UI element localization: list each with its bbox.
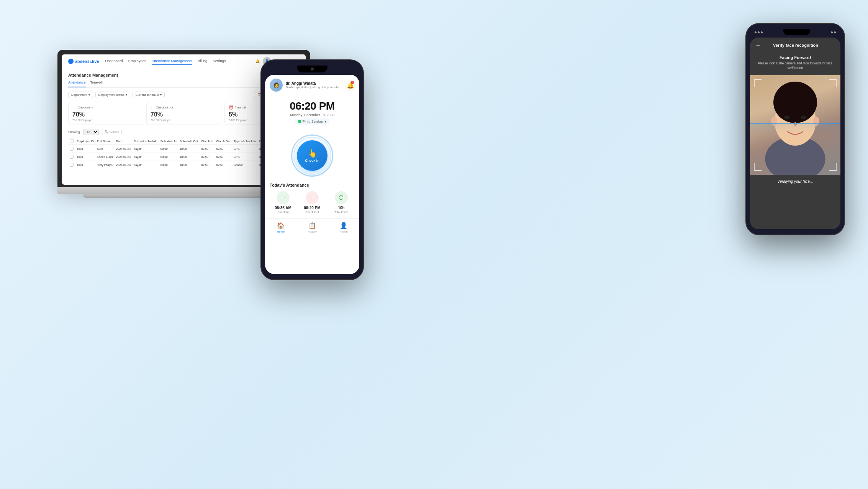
checkin-area: 👆 Check In bbox=[265, 127, 359, 183]
nav-history-label: History bbox=[308, 230, 316, 233]
status-icons bbox=[755, 31, 763, 33]
total-hours-card: ⏱ 10h Total hours bbox=[328, 191, 355, 214]
location-name: Pintu Selatan bbox=[303, 120, 323, 123]
phone1-screen: 👩 dr. Anggi Winata Dokter spesialias jan… bbox=[265, 75, 359, 274]
user-name: dr. Anggi Winata bbox=[286, 81, 343, 85]
checkout-card: ← 06:20 PM Check Out bbox=[299, 191, 326, 214]
nav-profile[interactable]: 👤 Profile bbox=[328, 222, 359, 233]
checkin-time: 08:35 AM bbox=[270, 206, 296, 210]
attendance-section-title: Today's Attendance bbox=[270, 183, 355, 187]
current-schedule-filter[interactable]: Current schedule ▾ bbox=[133, 92, 165, 98]
phone2-body: ← Verify face recognition Facing Forward… bbox=[745, 23, 845, 235]
phone2-notch-bar bbox=[750, 29, 840, 38]
row-checkbox[interactable] bbox=[70, 155, 74, 159]
employment-status-filter[interactable]: Employment status ▾ bbox=[95, 92, 130, 98]
col-type: Type of check in bbox=[232, 138, 257, 145]
nav-link-employees[interactable]: Employees bbox=[128, 57, 146, 65]
phone1-notch bbox=[297, 66, 328, 72]
time-status bbox=[831, 31, 833, 33]
col-check-in: Check In bbox=[200, 138, 215, 145]
web-logo: absensi.live bbox=[68, 59, 99, 64]
scan-corner-tr bbox=[829, 79, 837, 87]
col-sched-out: Schedule Out bbox=[178, 138, 200, 145]
col-full-name: Full Name bbox=[95, 138, 115, 145]
timeoff-icon: ⏰ bbox=[229, 105, 233, 110]
phone1-body: 👩 dr. Anggi Winata Dokter spesialias jan… bbox=[260, 59, 364, 280]
notification-button[interactable]: 🔔 1 bbox=[346, 80, 355, 90]
hand-touch-icon: 👆 bbox=[308, 149, 317, 158]
checkin-card: → 08:35 AM Check In bbox=[270, 191, 296, 214]
checkout-type-label: Check Out bbox=[299, 210, 326, 214]
web-nav-links: Dashboard Employees Attendance Managemen… bbox=[105, 57, 249, 65]
total-hours-value: 10h bbox=[328, 206, 355, 210]
phone2-screen: ← Verify face recognition Facing Forward… bbox=[750, 38, 840, 229]
department-filter[interactable]: Department ▾ bbox=[68, 92, 93, 98]
checkout-time: 06:20 PM bbox=[299, 206, 326, 210]
laptop-foot bbox=[83, 194, 285, 198]
nav-link-settings[interactable]: Settings bbox=[213, 57, 226, 65]
location-active-icon bbox=[298, 120, 301, 123]
row-checkbox[interactable] bbox=[70, 147, 74, 151]
user-avatar: 👩 bbox=[270, 79, 283, 92]
tab-attendance[interactable]: Attendance bbox=[68, 80, 86, 87]
checkin-sub: 70/100 Employee bbox=[72, 119, 139, 121]
location-chevron-icon: ▾ bbox=[324, 120, 326, 123]
tab-timeoff[interactable]: Time-off bbox=[90, 80, 103, 87]
face-recognition-title: Verify face recognition bbox=[764, 43, 827, 48]
checkout-arrow-icon: ← bbox=[306, 191, 319, 204]
checked-out-card: ← Checked out 70% 70/100 Employee bbox=[146, 102, 221, 125]
profile-icon: 👤 bbox=[340, 222, 347, 229]
checkout-label: Checked out bbox=[156, 106, 173, 109]
phone1-notch-bar bbox=[265, 66, 359, 72]
face-instruction: Facing Forward Please look at the camera… bbox=[750, 52, 840, 75]
total-hours-icon: ⏱ bbox=[335, 191, 348, 204]
attendance-cards: → 08:35 AM Check In ← 06:20 PM Check Out… bbox=[270, 191, 355, 214]
col-employee-id: Employee ID bbox=[75, 138, 95, 145]
nav-home-label: Home bbox=[277, 230, 285, 233]
rows-per-page-select[interactable]: 10 25 bbox=[83, 129, 99, 135]
facing-forward-title: Facing Forward bbox=[755, 55, 835, 60]
timeoff-label: Time-off bbox=[235, 106, 246, 109]
col-sched-in: Schedule In bbox=[159, 138, 178, 145]
search-box[interactable]: 🔍 Search bbox=[102, 129, 122, 135]
col-check-out: Check Out bbox=[215, 138, 232, 145]
row-checkbox[interactable] bbox=[70, 163, 74, 167]
wifi-icon bbox=[758, 31, 760, 33]
nav-link-dashboard[interactable]: Dashboard bbox=[105, 57, 123, 65]
status-icons-right bbox=[831, 31, 836, 33]
nav-link-attendance[interactable]: Attendance Management bbox=[152, 57, 192, 65]
checked-in-card: → Checked in 70% 70/100 Employee bbox=[68, 102, 143, 125]
notification-bell-icon[interactable]: 🔔 bbox=[255, 59, 260, 63]
nav-home[interactable]: 🏠 Home bbox=[265, 222, 296, 233]
svg-point-4 bbox=[784, 115, 789, 119]
checkout-sub: 70/100 Employee bbox=[151, 119, 217, 121]
select-all-checkbox[interactable] bbox=[70, 139, 74, 143]
checkin-type-label: Check In bbox=[270, 210, 296, 214]
app-header: 👩 dr. Anggi Winata Dokter spesialias jan… bbox=[265, 75, 359, 95]
checkin-button[interactable]: 👆 Check In bbox=[297, 140, 328, 171]
nav-history[interactable]: 📋 History bbox=[296, 222, 328, 233]
face-photo-area bbox=[750, 75, 840, 175]
nav-profile-label: Profile bbox=[339, 230, 347, 233]
checkin-button-label: Check In bbox=[305, 159, 319, 162]
phone1: 👩 dr. Anggi Winata Dokter spesialias jan… bbox=[260, 59, 364, 280]
instruction-text: Please look at the camera and face forwa… bbox=[755, 61, 835, 71]
checkin-value: 70% bbox=[72, 111, 139, 118]
checkin-ring: 👆 Check In bbox=[291, 135, 333, 177]
attendance-section: Today's Attendance → 08:35 AM Check In ←… bbox=[265, 183, 359, 218]
app-user-info: dr. Anggi Winata Dokter spesialias jantu… bbox=[286, 81, 343, 89]
home-icon: 🏠 bbox=[277, 222, 285, 229]
face-status-bar: Verifiying your face... bbox=[750, 175, 840, 188]
user-role: Dokter spesialias jantung dan pembuluh d… bbox=[286, 85, 343, 89]
face-status-text: Verifiying your face... bbox=[755, 179, 836, 184]
notification-badge: 1 bbox=[351, 81, 354, 84]
checkout-icon: ← bbox=[151, 105, 154, 110]
back-button[interactable]: ← bbox=[755, 42, 761, 48]
checkin-arrow-icon: → bbox=[277, 191, 290, 204]
svg-point-3 bbox=[773, 82, 817, 123]
battery-icon bbox=[761, 31, 763, 33]
nav-link-billing[interactable]: Billing bbox=[198, 57, 207, 65]
scan-corner-br bbox=[829, 163, 837, 171]
history-icon: 📋 bbox=[308, 222, 316, 229]
phone2-notch bbox=[783, 29, 810, 35]
